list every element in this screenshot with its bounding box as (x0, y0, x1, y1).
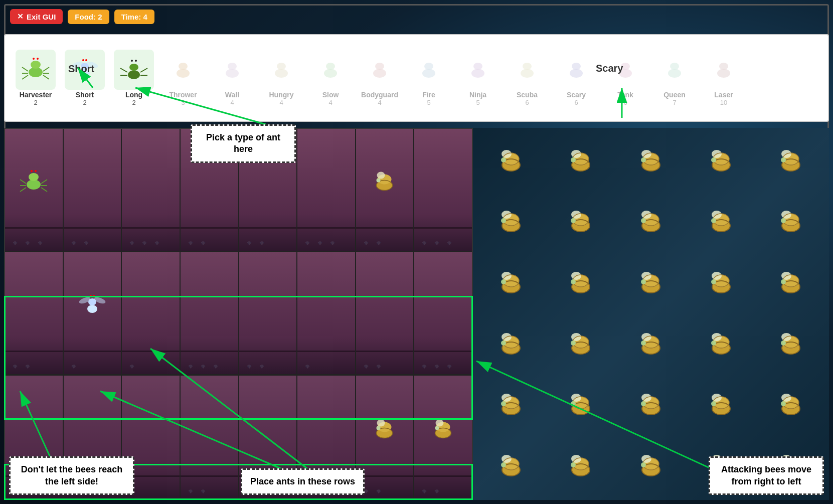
grid-cell-1-0[interactable]: 💎💎 (5, 252, 64, 374)
bee-enemy (687, 376, 755, 435)
ant-piece (374, 419, 396, 443)
svg-point-43 (422, 69, 435, 78)
bees-move-text: Attacking bees move from right to left (721, 464, 811, 486)
svg-point-126 (781, 157, 786, 162)
ant-item-laser[interactable]: Laser 10 (701, 50, 746, 106)
ant-name-tank: Tank (617, 91, 633, 99)
bee-enemy (617, 193, 685, 252)
svg-point-192 (501, 341, 506, 346)
svg-point-16 (82, 59, 84, 61)
svg-point-40 (373, 69, 386, 78)
ant-name-slow: Slow (322, 91, 339, 99)
ant-item-bodyguard[interactable]: Bodyguard 4 (357, 50, 402, 106)
food-label: Food: 2 (75, 13, 102, 21)
svg-point-198 (571, 341, 576, 346)
svg-point-37 (324, 69, 337, 78)
ant-icon-queen (654, 50, 695, 90)
ant-item-scary[interactable]: Scary 6 (554, 50, 599, 106)
ant-item-long[interactable]: Long 2 (111, 50, 156, 106)
ant-icon-slow (310, 50, 351, 90)
svg-point-168 (571, 279, 576, 284)
grid-cell-0-0[interactable]: 💎💎💎 (5, 129, 64, 251)
ant-item-scuba[interactable]: Scuba 6 (505, 50, 550, 106)
bee-enemy (477, 254, 545, 313)
bee-enemy (617, 315, 685, 374)
bee-enemy (477, 315, 545, 374)
exit-button[interactable]: ✕ Exit GUI (10, 9, 63, 24)
grid-cell-0-5[interactable]: 💎💎💎 (297, 129, 356, 251)
svg-point-53 (572, 63, 581, 70)
ant-cost-slow: 4 (328, 99, 332, 106)
ant-icon-ninja (458, 50, 498, 90)
ant-item-wall[interactable]: Wall 4 (210, 50, 255, 106)
grid-cell-1-7[interactable]: 💎💎💎 (414, 252, 472, 374)
ant-item-tank[interactable]: Tank 6 (603, 50, 648, 106)
ant-item-short[interactable]: Short 2 (62, 50, 107, 106)
grid-cell-1-5[interactable]: 💎 (297, 252, 356, 374)
svg-point-234 (641, 401, 646, 406)
svg-point-31 (226, 69, 239, 78)
ant-item-ninja[interactable]: Ninja 5 (455, 50, 501, 106)
grid-cell-0-1[interactable]: 💎💎 (64, 129, 122, 251)
svg-point-29 (179, 63, 188, 70)
svg-line-3 (22, 67, 28, 71)
pick-ant-text: Pick a type of ant here (206, 132, 280, 154)
svg-point-58 (668, 69, 681, 78)
ant-item-thrower[interactable]: Thrower 3 (160, 50, 206, 106)
grid-cell-2-6[interactable]: 💎💎 (356, 376, 415, 499)
svg-point-252 (501, 462, 506, 467)
bee-enemy (687, 315, 755, 374)
ant-item-queen[interactable]: Queen 7 (652, 50, 697, 106)
grid-cell-2-3[interactable]: 💎💎 (181, 376, 239, 499)
grid-cell-0-6[interactable]: 💎💎 (356, 129, 415, 251)
place-ants-annotation: Place ants in these rows (241, 468, 365, 495)
grid-cell-1-1[interactable]: 💎 (64, 252, 122, 374)
bee-enemy (547, 254, 615, 313)
svg-line-72 (41, 188, 47, 192)
bee-enemy (757, 376, 825, 435)
ant-icon-scary (556, 50, 596, 90)
bee-enemy (477, 376, 545, 435)
ant-piece (16, 164, 51, 203)
svg-point-150 (711, 218, 716, 223)
svg-line-5 (22, 75, 28, 79)
svg-point-28 (177, 69, 190, 78)
svg-point-74 (35, 170, 37, 172)
ant-item-slow[interactable]: Slow 4 (308, 50, 353, 106)
grid-cell-1-6[interactable]: 💎💎 (356, 252, 415, 374)
ant-item-harvester[interactable]: Harvester 2 (13, 50, 58, 106)
ant-cost-scary: 6 (574, 99, 578, 106)
ant-icon-harvester (16, 50, 56, 90)
time-label: Time: 4 (121, 13, 147, 21)
grid-cell-1-2[interactable]: 💎 (122, 252, 181, 374)
svg-point-38 (326, 63, 335, 70)
bee-enemy (757, 193, 825, 252)
svg-point-46 (471, 69, 484, 78)
bee-enemy (547, 193, 615, 252)
svg-point-62 (719, 63, 728, 70)
svg-point-102 (501, 157, 506, 162)
ant-name-hungry: Hungry (269, 91, 294, 99)
ant-name-laser: Laser (714, 91, 733, 99)
grid-cell-0-7[interactable]: 💎💎💎 (414, 129, 472, 251)
grid-cell-1-4[interactable]: 💎💎 (239, 252, 298, 374)
ant-cost-short: 2 (83, 99, 86, 106)
ant-item-hungry[interactable]: Hungry 4 (259, 50, 304, 106)
grid-cell-1-3[interactable]: 💎💎💎 (181, 252, 239, 374)
svg-point-96 (435, 426, 439, 430)
ant-icon-wall (212, 50, 252, 90)
bee-enemy (547, 376, 615, 435)
ant-cost-hungry: 4 (279, 99, 283, 106)
grid-cell-0-2[interactable]: 💎💎💎 (122, 129, 181, 251)
ant-item-fire[interactable]: Fire 5 (406, 50, 451, 106)
svg-line-70 (41, 180, 47, 184)
bee-enemy (477, 132, 545, 191)
ant-cost-tank: 6 (623, 99, 627, 106)
ant-icon-hungry (261, 50, 301, 90)
svg-line-22 (120, 68, 127, 72)
ant-cost-long: 2 (132, 99, 135, 106)
svg-point-240 (711, 401, 716, 406)
svg-point-49 (521, 69, 534, 78)
grid-cell-2-7[interactable]: 💎💎 (414, 376, 472, 499)
svg-point-174 (641, 279, 646, 284)
